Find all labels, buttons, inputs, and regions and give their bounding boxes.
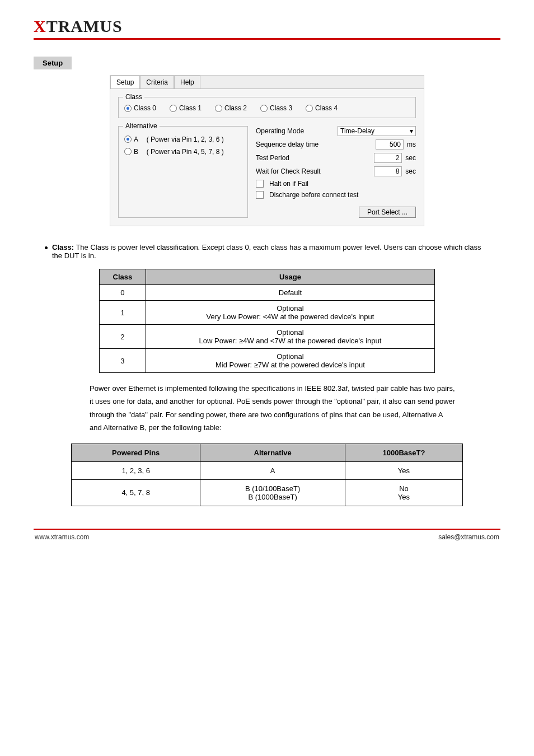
radio-icon	[170, 105, 177, 112]
alternative-a-radio[interactable]: A ( Power via Pin 1, 2, 3, 6 )	[124, 136, 224, 143]
chevron-down-icon: ▾	[410, 127, 413, 135]
wait-check-label: Wait for Check Result	[256, 167, 334, 175]
table-cell: B (10/100BaseT) B (1000BaseT)	[200, 479, 345, 506]
alternative-b-note: ( Power via Pin 4, 5, 7, 8 )	[147, 148, 224, 156]
radio-label: B	[134, 148, 138, 156]
table-cell: 0	[100, 285, 146, 301]
wait-check-input[interactable]: 8	[374, 166, 402, 176]
settings-window: Setup Criteria Help Class Class 0 Class …	[110, 75, 424, 226]
table-cell: Optional Very Low Power: <4W at the powe…	[146, 301, 434, 325]
body-paragraph: Power over Ethernet is implemented follo…	[90, 382, 456, 435]
operating-mode-value: Time-Delay	[340, 127, 374, 135]
class-1-radio[interactable]: Class 1	[170, 104, 202, 112]
table-cell: 1	[100, 301, 146, 325]
bullet-text: Class: The Class is power level classifi…	[52, 243, 489, 260]
table-cell: A	[200, 461, 345, 479]
class-2-radio[interactable]: Class 2	[215, 104, 247, 112]
alternative-a-note: ( Power via Pin 1, 2, 3, 6 )	[147, 136, 224, 143]
alternative-table: Powered Pins Alternative 1000BaseT? 1, 2…	[71, 444, 463, 506]
class-0-radio[interactable]: Class 0	[124, 104, 156, 112]
radio-icon	[215, 105, 222, 112]
radio-label: Class 4	[315, 104, 338, 112]
alt-table-header: Powered Pins	[72, 444, 200, 461]
class-3-radio[interactable]: Class 3	[260, 104, 292, 112]
radio-icon	[306, 105, 313, 112]
sequence-delay-label: Sequence delay time	[256, 141, 334, 148]
sequence-delay-input[interactable]: 500	[376, 139, 404, 150]
class-group: Class Class 0 Class 1 Class 2 Class 3 Cl…	[118, 97, 416, 118]
class-legend: Class	[123, 93, 144, 101]
class-4-radio[interactable]: Class 4	[306, 104, 338, 112]
table-cell: 4, 5, 7, 8	[72, 479, 200, 506]
halt-label: Halt on if Fail	[269, 180, 308, 188]
radio-label: A	[134, 136, 138, 143]
radio-label: Class 2	[224, 104, 247, 112]
class-table-header: Class	[100, 269, 146, 285]
radio-label: Class 0	[134, 104, 156, 112]
footer-left: www.xtramus.com	[35, 533, 89, 541]
table-cell: Optional Low Power: ≥4W and <7W at the p…	[146, 325, 434, 349]
table-cell: Default	[146, 285, 434, 301]
halt-checkbox[interactable]	[256, 180, 264, 188]
table-cell: 1, 2, 3, 6	[72, 461, 200, 479]
test-period-label: Test Period	[256, 154, 334, 162]
table-cell: 2	[100, 325, 146, 349]
operating-mode-label: Operating Mode	[256, 127, 334, 135]
radio-label: Class 3	[270, 104, 292, 112]
bullet-body: The Class is power level classification.…	[52, 243, 481, 260]
tab-criteria[interactable]: Criteria	[140, 76, 174, 88]
test-period-unit: sec	[405, 154, 416, 162]
alternative-b-radio[interactable]: B ( Power via Pin 4, 5, 7, 8 )	[124, 148, 224, 156]
footer-divider	[34, 529, 500, 530]
port-select-button[interactable]: Port Select ...	[359, 207, 416, 218]
tab-setup[interactable]: Setup	[110, 76, 140, 88]
setup-section-label: Setup	[34, 57, 72, 69]
bullet-label: Class:	[52, 243, 74, 251]
alt-table-header: Alternative	[200, 444, 345, 461]
table-cell: 3	[100, 349, 146, 373]
radio-icon	[260, 105, 268, 112]
alt-table-header: 1000BaseT?	[345, 444, 462, 461]
bullet-icon	[45, 246, 48, 249]
tab-bar: Setup Criteria Help	[110, 76, 424, 89]
table-cell: Yes	[345, 461, 462, 479]
table-cell: Optional Mid Power: ≥7W at the powered d…	[146, 349, 434, 373]
wait-check-unit: sec	[405, 167, 416, 175]
sequence-delay-unit: ms	[407, 141, 416, 148]
test-period-input[interactable]: 2	[374, 153, 402, 163]
radio-icon	[124, 105, 132, 112]
logo: XTRAMUS	[34, 17, 123, 35]
discharge-label: Discharge before connect test	[269, 191, 358, 199]
operating-mode-select[interactable]: Time-Delay ▾	[338, 126, 416, 136]
radio-label: Class 1	[179, 104, 202, 112]
footer-right: sales@xtramus.com	[438, 533, 499, 541]
alternative-legend: Alternative	[123, 122, 160, 130]
radio-icon	[124, 148, 132, 155]
header-divider	[34, 38, 500, 40]
tab-help[interactable]: Help	[174, 76, 200, 88]
radio-icon	[124, 136, 132, 143]
table-cell: No Yes	[345, 479, 462, 506]
class-table: Class Usage 0 Default 1 Optional Very Lo…	[99, 269, 435, 373]
alternative-group: Alternative A ( Power via Pin 1, 2, 3, 6…	[118, 126, 248, 218]
discharge-checkbox[interactable]	[256, 191, 264, 199]
class-table-header: Usage	[146, 269, 434, 285]
